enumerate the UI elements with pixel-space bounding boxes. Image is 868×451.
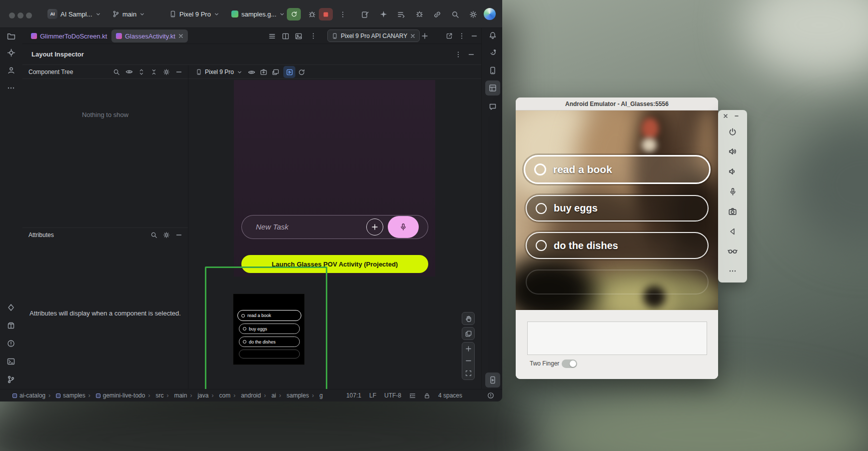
- glasses-icon[interactable]: [725, 244, 740, 258]
- rerun-button[interactable]: [287, 8, 301, 20]
- line-separator[interactable]: LF: [369, 392, 376, 399]
- view-options-eye-icon[interactable]: [245, 66, 257, 78]
- hide-attributes-icon[interactable]: [173, 229, 185, 241]
- close-tab-icon[interactable]: [178, 34, 183, 38]
- todo-item[interactable]: buy eggs: [526, 195, 709, 222]
- two-finger-toggle[interactable]: [562, 360, 577, 368]
- build-package-icon[interactable]: [3, 318, 18, 333]
- tab-glassesactivity[interactable]: GlassesActivity.kt: [111, 30, 188, 42]
- render-canvas[interactable]: New Task Launch Glasses POV Activity (Pr…: [188, 79, 481, 389]
- hide-device-panel-icon[interactable]: [468, 30, 480, 42]
- zoom-out-icon[interactable]: [465, 358, 472, 364]
- volume-down-icon[interactable]: [725, 164, 740, 179]
- layers-icon[interactable]: [462, 327, 475, 340]
- radio-circle-icon[interactable]: [534, 164, 546, 176]
- search-icon[interactable]: [448, 8, 462, 20]
- lock-icon[interactable]: [424, 392, 430, 399]
- stylus-icon[interactable]: [358, 8, 372, 20]
- close-toolbar-icon[interactable]: [723, 114, 728, 118]
- breadcrumb-item[interactable]: main: [163, 392, 187, 399]
- voice-input-button[interactable]: [388, 216, 419, 238]
- stop-button[interactable]: [319, 8, 333, 20]
- expand-all-icon[interactable]: [135, 66, 147, 78]
- notifications-bell-icon[interactable]: [485, 28, 500, 43]
- attributes-search-icon[interactable]: [148, 229, 160, 241]
- gradle-icon[interactable]: [485, 45, 500, 60]
- indent-icon[interactable]: [409, 392, 416, 399]
- zoom-in-icon[interactable]: [465, 346, 472, 352]
- todo-item[interactable]: do the dishes: [526, 232, 709, 259]
- collapse-all-icon[interactable]: [148, 66, 160, 78]
- more-tool-windows-icon[interactable]: [3, 80, 18, 96]
- breadcrumb-item[interactable]: com: [208, 392, 230, 399]
- radio-circle-icon[interactable]: [536, 203, 547, 214]
- snapshot-multi-icon[interactable]: [269, 66, 281, 78]
- camera-icon[interactable]: [725, 204, 740, 219]
- breadcrumb-item[interactable]: android: [230, 392, 261, 399]
- pan-hand-icon[interactable]: [462, 312, 475, 325]
- branch-selector[interactable]: main: [109, 7, 148, 21]
- tree-gear-icon[interactable]: [160, 66, 172, 78]
- close-device-tab-icon[interactable]: [410, 34, 415, 38]
- layout-inspector-icon[interactable]: [485, 80, 500, 96]
- running-devices-icon[interactable]: [485, 372, 500, 388]
- breadcrumb-item[interactable]: samples: [45, 392, 85, 399]
- microphone-icon[interactable]: [725, 184, 740, 199]
- emulator-title-bar[interactable]: Android Emulator - AI_Glasses:5556: [516, 98, 718, 110]
- live-updates-toggle-icon[interactable]: [283, 66, 295, 78]
- open-in-window-icon[interactable]: [443, 30, 455, 42]
- window-zoom-button[interactable]: [26, 12, 32, 18]
- breadcrumb-item[interactable]: samples: [276, 392, 309, 399]
- add-task-button[interactable]: [366, 218, 383, 236]
- project-folder-icon[interactable]: [3, 28, 18, 44]
- window-minimize-button[interactable]: [17, 12, 23, 18]
- terminal-icon[interactable]: [3, 354, 18, 369]
- debug-button[interactable]: [305, 8, 319, 20]
- add-device-icon[interactable]: [419, 30, 431, 42]
- logcat-icon[interactable]: [394, 8, 408, 20]
- minimize-inspector-icon[interactable]: [465, 48, 477, 60]
- file-encoding[interactable]: UTF-8: [384, 392, 401, 399]
- editor-list-view-icon[interactable]: [266, 30, 278, 42]
- indent-size[interactable]: 4 spaces: [438, 392, 462, 399]
- zoom-fit-icon[interactable]: [465, 370, 472, 376]
- snapshot-icon[interactable]: [257, 66, 269, 78]
- breadcrumb-item[interactable]: ai-catalog: [12, 392, 45, 399]
- device-kebab-icon[interactable]: [456, 30, 468, 42]
- commit-icon[interactable]: [3, 45, 18, 60]
- inspections-status-icon[interactable]: [487, 392, 494, 399]
- breadcrumb-item[interactable]: g: [309, 392, 323, 399]
- emulator-text-input[interactable]: [527, 322, 707, 355]
- problems-icon[interactable]: [3, 336, 18, 351]
- more-options-icon[interactable]: [725, 264, 740, 278]
- breadcrumb-item[interactable]: java: [187, 392, 208, 399]
- target-device-selector[interactable]: Pixel 9 Pro: [166, 7, 223, 21]
- emulator-camera-scene[interactable]: read a book buy eggs do the dishes: [516, 110, 718, 310]
- breadcrumb-item[interactable]: src: [145, 392, 163, 399]
- run-more-kebab-icon[interactable]: [336, 8, 350, 20]
- settings-gear-icon[interactable]: [466, 8, 480, 20]
- device-manager-icon[interactable]: [485, 63, 500, 78]
- editor-kebab-icon[interactable]: [307, 30, 319, 42]
- project-selector[interactable]: AI AI Sampl...: [44, 7, 104, 21]
- running-device-tab[interactable]: Pixel 9 Pro API CANARY: [327, 30, 420, 42]
- window-close-button[interactable]: [9, 12, 15, 18]
- volume-up-icon[interactable]: [725, 144, 740, 159]
- breadcrumb-item[interactable]: ai: [261, 392, 276, 399]
- caret-position[interactable]: 107:1: [346, 392, 361, 399]
- tree-search-icon[interactable]: [110, 66, 122, 78]
- breadcrumb-item[interactable]: gemini-live-todo: [85, 392, 145, 399]
- power-icon[interactable]: [725, 124, 740, 140]
- tree-visibility-icon[interactable]: [123, 66, 135, 78]
- todo-item-selected[interactable]: read a book: [524, 155, 711, 184]
- preview-view-icon[interactable]: [292, 30, 304, 42]
- inspector-kebab-icon[interactable]: [452, 48, 464, 60]
- radio-circle-icon[interactable]: [536, 240, 547, 251]
- device-pair-icon[interactable]: [430, 8, 444, 20]
- tab-glimmertodoscreen[interactable]: GlimmerToDoScreen.kt: [26, 30, 111, 42]
- attributes-gear-icon[interactable]: [160, 229, 172, 241]
- run-configuration-selector[interactable]: samples.g...: [228, 7, 288, 21]
- version-control-icon[interactable]: [3, 372, 18, 387]
- pull-requests-icon[interactable]: [3, 62, 18, 78]
- refresh-icon[interactable]: [295, 66, 307, 78]
